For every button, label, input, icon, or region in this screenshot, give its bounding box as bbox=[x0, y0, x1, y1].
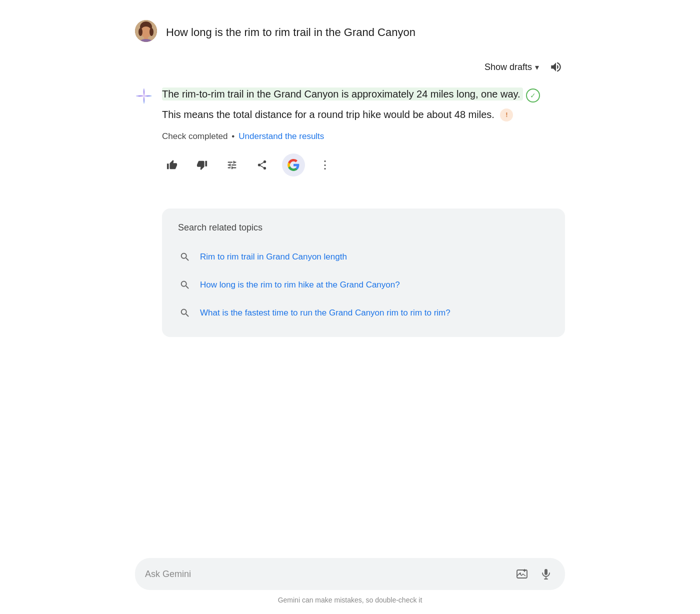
bottom-bar: Gemini can make mistakes, so double-chec… bbox=[0, 558, 700, 614]
search-icon-3 bbox=[178, 306, 192, 320]
search-icon-1 bbox=[178, 250, 192, 264]
svg-point-3 bbox=[138, 28, 142, 36]
response-highlighted-text: The rim-to-rim trail in the Grand Canyon… bbox=[162, 88, 523, 100]
chevron-down-icon: ▾ bbox=[535, 62, 539, 72]
search-topic-text-3: What is the fastest time to run the Gran… bbox=[200, 307, 450, 319]
search-topic-item-1[interactable]: Rim to rim trail in Grand Canyon length bbox=[178, 243, 549, 271]
search-related-topics-container: Search related topics Rim to rim trail i… bbox=[162, 208, 565, 337]
input-container bbox=[135, 558, 565, 590]
thumbs-down-button[interactable] bbox=[192, 155, 212, 175]
user-query-text: How long is the rim to rim trail in the … bbox=[166, 20, 416, 40]
avatar bbox=[135, 20, 157, 42]
response-header: Show drafts ▾ bbox=[135, 58, 565, 76]
check-completed-row: Check completed • Understand the results bbox=[162, 132, 565, 142]
search-topic-text-1: Rim to rim trail in Grand Canyon length bbox=[200, 251, 347, 263]
user-message-row: How long is the rim to rim trail in the … bbox=[135, 20, 565, 42]
gemini-icon bbox=[135, 87, 153, 105]
search-icon-2 bbox=[178, 278, 192, 292]
thumbs-up-button[interactable] bbox=[162, 155, 182, 175]
check-mark-badge[interactable]: ✓ bbox=[526, 88, 540, 102]
search-topic-item-3[interactable]: What is the fastest time to run the Gran… bbox=[178, 299, 549, 327]
speaker-button[interactable] bbox=[547, 58, 565, 76]
ai-response-row: The rim-to-rim trail in the Grand Canyon… bbox=[135, 86, 565, 196]
dot-separator: • bbox=[232, 132, 234, 142]
search-topic-item-2[interactable]: How long is the rim to rim hike at the G… bbox=[178, 271, 549, 299]
check-completed-label: Check completed bbox=[162, 132, 228, 142]
action-buttons-row: ⋮ bbox=[162, 154, 565, 176]
search-related-title: Search related topics bbox=[178, 222, 549, 233]
tune-button[interactable] bbox=[222, 155, 242, 175]
share-button[interactable] bbox=[252, 155, 272, 175]
svg-point-4 bbox=[150, 28, 154, 36]
svg-rect-9 bbox=[544, 569, 548, 575]
image-upload-button[interactable] bbox=[513, 565, 531, 583]
response-line-1: The rim-to-rim trail in the Grand Canyon… bbox=[162, 86, 565, 102]
warning-badge[interactable]: ! bbox=[500, 108, 513, 122]
response-line-2: This means the total distance for a roun… bbox=[162, 106, 565, 122]
google-search-button[interactable] bbox=[282, 154, 305, 176]
response-content: The rim-to-rim trail in the Grand Canyon… bbox=[162, 86, 565, 196]
more-options-button[interactable]: ⋮ bbox=[315, 155, 335, 175]
footer-disclaimer: Gemini can make mistakes, so double-chec… bbox=[278, 596, 422, 604]
search-topic-text-2: How long is the rim to rim hike at the G… bbox=[200, 279, 400, 291]
show-drafts-button[interactable]: Show drafts ▾ bbox=[484, 62, 539, 72]
show-drafts-label: Show drafts bbox=[484, 62, 532, 72]
understand-results-link[interactable]: Understand the results bbox=[238, 132, 324, 142]
microphone-button[interactable] bbox=[537, 565, 555, 583]
ask-gemini-input[interactable] bbox=[145, 569, 507, 580]
